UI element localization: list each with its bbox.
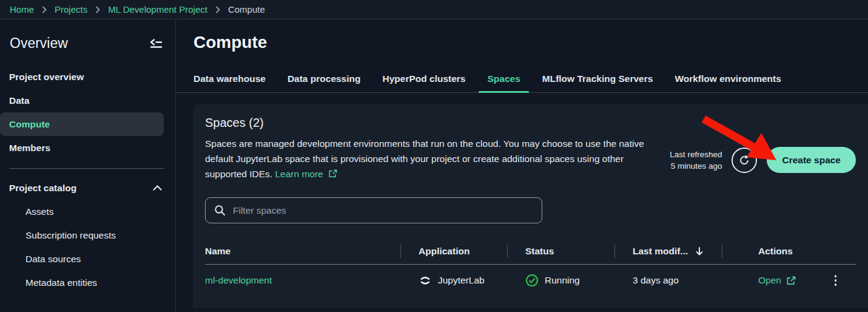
filter-spaces-field[interactable] xyxy=(205,197,542,223)
sidebar-item-data-sources[interactable]: Data sources xyxy=(0,247,175,271)
create-space-button[interactable]: Create space xyxy=(767,147,856,173)
spaces-table: Name Application Status Last modif... xyxy=(205,238,856,296)
chevron-right-icon xyxy=(95,6,100,13)
cell-last-modified: 3 days ago xyxy=(614,275,722,286)
collapse-sidebar-icon[interactable] xyxy=(149,38,163,49)
tab-workflow-environments[interactable]: Workflow environments xyxy=(666,68,789,92)
chevron-right-icon xyxy=(215,6,220,13)
row-actions-menu-icon[interactable] xyxy=(832,273,839,288)
column-header-application[interactable]: Application xyxy=(400,246,507,257)
chevron-up-icon xyxy=(153,185,162,191)
tab-bar: Data warehouse Data processing HyperPod … xyxy=(176,68,868,93)
tab-mlflow-tracking-servers[interactable]: MLflow Tracking Servers xyxy=(534,68,662,92)
sidebar-item-members[interactable]: Members xyxy=(0,136,175,160)
sidebar-divider xyxy=(9,168,164,169)
column-header-last-modified-label: Last modif... xyxy=(633,246,688,257)
refresh-button[interactable] xyxy=(732,148,757,173)
search-icon xyxy=(214,205,226,216)
table-header-row: Name Application Status Last modif... xyxy=(205,238,856,265)
learn-more-label: Learn more xyxy=(275,169,323,179)
jupyterlab-icon xyxy=(419,274,432,287)
main-content: Compute Data warehouse Data processing H… xyxy=(176,19,868,312)
sidebar-item-compute[interactable]: Compute xyxy=(0,112,164,136)
sidebar: Overview Project overview Data Compute M… xyxy=(0,19,176,312)
sidebar-section-label: Project catalog xyxy=(9,183,76,194)
sidebar-item-assets[interactable]: Assets xyxy=(0,200,175,223)
tab-hyperpod-clusters[interactable]: HyperPod clusters xyxy=(374,68,474,92)
cell-name: ml-development xyxy=(205,275,400,286)
last-refreshed-line1: Last refreshed xyxy=(670,149,722,160)
page-title: Compute xyxy=(176,33,868,52)
sidebar-title: Overview xyxy=(10,35,68,52)
app-window: Home Projects ML Development Project Com… xyxy=(0,0,868,312)
tab-data-processing[interactable]: Data processing xyxy=(279,68,369,92)
learn-more-link[interactable]: Learn more xyxy=(275,169,337,179)
sort-descending-icon xyxy=(695,246,704,256)
cell-application: JupyterLab xyxy=(400,274,507,287)
column-header-last-modified[interactable]: Last modif... xyxy=(614,246,722,257)
sidebar-item-data[interactable]: Data xyxy=(0,89,175,112)
last-refreshed-text: Last refreshed 5 minutes ago xyxy=(670,149,722,172)
external-link-icon xyxy=(787,276,796,285)
breadcrumb: Home Projects ML Development Project Com… xyxy=(0,0,868,19)
sidebar-section-project-catalog[interactable]: Project catalog xyxy=(0,176,175,200)
status-label: Running xyxy=(545,275,580,286)
open-space-link[interactable]: Open xyxy=(758,275,796,286)
tab-data-warehouse[interactable]: Data warehouse xyxy=(185,68,274,92)
application-label: JupyterLab xyxy=(438,275,485,286)
column-header-status[interactable]: Status xyxy=(507,246,614,257)
external-link-icon xyxy=(329,169,337,178)
filter-spaces-input[interactable] xyxy=(233,205,533,216)
open-label: Open xyxy=(758,275,781,286)
sidebar-item-metadata-entities[interactable]: Metadata entities xyxy=(0,271,175,294)
sidebar-item-subscription-requests[interactable]: Subscription requests xyxy=(0,223,175,247)
last-modified-value: 3 days ago xyxy=(633,275,679,286)
breadcrumb-link-home[interactable]: Home xyxy=(10,4,34,15)
space-name-link[interactable]: ml-development xyxy=(205,275,272,286)
breadcrumb-link-project[interactable]: ML Development Project xyxy=(108,4,207,15)
panel-description: Spaces are managed development environme… xyxy=(205,136,653,181)
table-row: ml-development JupyterLab xyxy=(205,265,856,296)
spaces-panel: Spaces (2) Spaces are managed developmen… xyxy=(193,104,868,308)
sidebar-item-project-overview[interactable]: Project overview xyxy=(0,65,175,89)
tab-spaces[interactable]: Spaces xyxy=(479,68,528,92)
panel-description-text: Spaces are managed development environme… xyxy=(205,138,644,179)
spaces-panel-header: Spaces (2) Spaces are managed developmen… xyxy=(205,116,653,181)
breadcrumb-current: Compute xyxy=(228,4,265,15)
cell-actions: Open xyxy=(722,273,856,288)
last-refreshed-line2: 5 minutes ago xyxy=(670,160,722,172)
column-header-actions: Actions xyxy=(722,246,856,257)
refresh-icon xyxy=(738,154,750,166)
cell-status: Running xyxy=(507,274,614,287)
panel-title: Spaces (2) xyxy=(205,116,653,130)
status-running-icon xyxy=(525,274,539,287)
breadcrumb-link-projects[interactable]: Projects xyxy=(55,4,87,15)
column-header-name[interactable]: Name xyxy=(205,246,400,257)
chevron-right-icon xyxy=(42,6,47,13)
